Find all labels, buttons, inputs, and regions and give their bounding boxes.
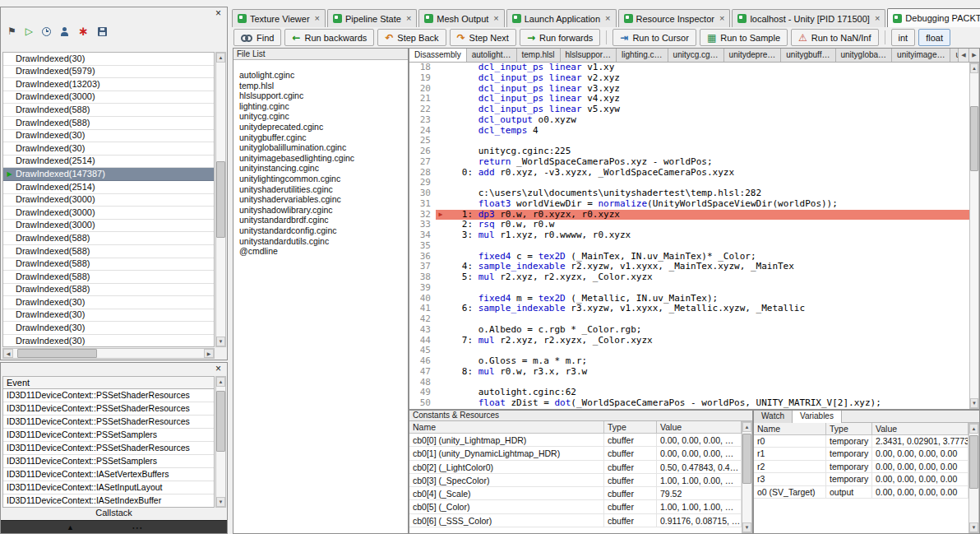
- column-header-value[interactable]: Value: [872, 423, 968, 434]
- constant-row[interactable]: cb0[1] (unity_DynamicLightmap_HDR)cbuffe…: [409, 447, 742, 460]
- scroll-track[interactable]: [13, 349, 204, 358]
- step-next-button[interactable]: ↷ Step Next: [450, 29, 516, 46]
- file-item[interactable]: unitystandardbrdf.cginc: [233, 215, 408, 225]
- api-call-row[interactable]: ID3D11DeviceContext::PSSetShaderResource…: [3, 389, 214, 402]
- find-button[interactable]: Find: [233, 29, 281, 46]
- disasm-tab-unitycg-cg[interactable]: unitycg.cg…: [668, 49, 724, 62]
- event-row[interactable]: DrawIndexed(5979): [3, 66, 214, 79]
- scroll-thumb[interactable]: [17, 349, 97, 358]
- flag-icon[interactable]: ⚑: [7, 26, 16, 36]
- file-item[interactable]: lighting.cginc: [233, 101, 408, 112]
- event-row[interactable]: DrawIndexed(3000): [3, 194, 214, 207]
- scrollbar[interactable]: ▲▼: [742, 421, 752, 533]
- tab-close-icon[interactable]: ×: [406, 14, 411, 23]
- file-item[interactable]: unityshadervariables.cginc: [233, 194, 408, 205]
- constant-row[interactable]: cb0[4] (_Scale)cbuffer79.52: [409, 487, 742, 500]
- column-header-name[interactable]: Name: [409, 421, 604, 433]
- scroll-up-icon[interactable]: ▲: [969, 424, 978, 434]
- api-call-row[interactable]: ID3D11DeviceContext::IASetInputLayout: [3, 481, 214, 495]
- file-item[interactable]: unitystandardutils.cginc: [233, 236, 408, 247]
- disasm-tab-unitydepre[interactable]: unitydepre…: [724, 49, 782, 62]
- file-item[interactable]: autolight.cginc: [233, 70, 408, 81]
- tab-close-icon[interactable]: ×: [605, 14, 610, 23]
- scroll-right-icon[interactable]: ▶: [204, 349, 214, 358]
- tab-launch-application[interactable]: Launch Application×: [506, 9, 617, 27]
- event-row[interactable]: DrawIndexed(30): [3, 322, 214, 335]
- scroll-track[interactable]: [969, 434, 978, 522]
- api-call-row[interactable]: ID3D11DeviceContext::PSSetSamplers: [3, 455, 214, 468]
- file-item[interactable]: @cmdline: [233, 246, 408, 257]
- code-line[interactable]: 28 0: add r0.xyz, -v3.xyzx, _WorldSpaceC…: [409, 168, 969, 179]
- column-header-type[interactable]: Type: [604, 421, 657, 433]
- scroll-thumb[interactable]: [216, 161, 225, 238]
- constant-row[interactable]: cb0[0] (unity_Lightmap_HDR)cbuffer0.00, …: [409, 434, 742, 447]
- file-item[interactable]: unityshadowlibrary.cginc: [233, 205, 408, 216]
- scroll-thumb[interactable]: [742, 434, 751, 484]
- event-row[interactable]: DrawIndexed(588): [3, 245, 214, 258]
- file-item[interactable]: unityinstancing.cginc: [233, 163, 408, 174]
- event-row[interactable]: DrawIndexed(30): [3, 130, 214, 143]
- bookmark-icon[interactable]: ∗: [78, 26, 89, 36]
- disasm-tab-unityinsta[interactable]: unityinsta…: [950, 49, 958, 62]
- file-item[interactable]: unitylightingcommon.cginc: [233, 174, 408, 184]
- scroll-thumb[interactable]: [970, 106, 978, 171]
- code-line[interactable]: 44 7: mul r2.xyz, r2.xyzx, _Color.xyzx: [409, 336, 969, 346]
- scrollbar[interactable]: ▲▼: [215, 376, 226, 508]
- variable-row[interactable]: r3temporary0.00, 0.00, 0.00, 0.00: [754, 473, 968, 485]
- event-row[interactable]: DrawIndexed(3000): [3, 220, 214, 233]
- disasm-tab-unityimage[interactable]: unityimage…: [892, 49, 950, 62]
- api-call-row[interactable]: ID3D11DeviceContext::IASetVertexBuffers: [3, 468, 214, 481]
- disasm-tab-autolight[interactable]: autolight…: [467, 49, 517, 62]
- column-header-name[interactable]: Name: [754, 423, 826, 434]
- run-to-nan-button[interactable]: ⚠ Run to NaN/Inf: [791, 29, 879, 46]
- callstack-label[interactable]: Callstack: [2, 508, 225, 520]
- file-item[interactable]: unitygbuffer.cginc: [233, 132, 408, 143]
- scrollbar[interactable]: ▲▼: [969, 63, 979, 409]
- scroll-thumb[interactable]: [216, 391, 225, 452]
- run-to-cursor-button[interactable]: ⇥ Run to Cursor: [612, 29, 696, 46]
- person-icon[interactable]: [60, 27, 69, 36]
- step-back-button[interactable]: ↶ Step Back: [377, 29, 446, 46]
- disasm-tab-disassembly[interactable]: Disassembly: [409, 49, 467, 62]
- disasm-tab-unitygloba[interactable]: unitygloba…: [836, 49, 893, 62]
- file-item[interactable]: unitycg.cginc: [233, 111, 408, 122]
- event-browser-titlebar[interactable]: ×: [1, 7, 227, 21]
- code-line[interactable]: 38 5: mul r2.xyz, r2.xyzx, _Color.xyzx: [409, 272, 969, 283]
- callstack-more-icon[interactable]: ⋯: [132, 521, 145, 534]
- code-line[interactable]: 41 6: sample_indexable r3.xyzw, v1.xyxx,…: [409, 304, 969, 314]
- save-icon[interactable]: [98, 27, 107, 36]
- close-icon[interactable]: ×: [213, 363, 224, 375]
- column-header-value[interactable]: Value: [657, 421, 742, 433]
- scroll-track[interactable]: [970, 73, 978, 398]
- event-row[interactable]: DrawIndexed(30): [3, 309, 214, 323]
- variable-row[interactable]: o0 (SV_Target)output0.00, 0.00, 0.00, 0.…: [754, 486, 968, 499]
- scroll-track[interactable]: [742, 432, 751, 522]
- file-item[interactable]: hlslsupport.cginc: [233, 91, 408, 101]
- variable-row[interactable]: r1temporary0.00, 0.00, 0.00, 0.00: [754, 448, 968, 460]
- callstack-collapsed-bar[interactable]: ▲ ⋯: [1, 520, 227, 533]
- file-item[interactable]: unityimagebasedlighting.cginc: [233, 153, 408, 164]
- event-row[interactable]: DrawIndexed(13203): [3, 78, 214, 91]
- scroll-down-icon[interactable]: ▼: [216, 497, 225, 507]
- event-row[interactable]: DrawIndexed(30): [3, 142, 214, 156]
- run-backwards-button[interactable]: ← Run backwards: [284, 29, 374, 46]
- tab-variables[interactable]: Variables: [793, 411, 842, 423]
- tab-localhost-unity-pid-171500[interactable]: localhost - Unity [PID 171500]×: [732, 9, 885, 27]
- clock-icon[interactable]: [42, 27, 51, 36]
- scroll-left-icon[interactable]: ◀: [3, 349, 13, 358]
- event-row[interactable]: DrawIndexed(588): [3, 258, 214, 272]
- scroll-down-icon[interactable]: ▼: [216, 337, 225, 346]
- tab-resource-inspector[interactable]: Resource Inspector×: [618, 9, 731, 27]
- disasm-tab-lighting-c[interactable]: lighting.c…: [617, 49, 668, 62]
- code-line[interactable]: 47 8: mul r0.w, r3.x, r3.w: [409, 367, 969, 378]
- event-row[interactable]: DrawIndexed(2514): [3, 181, 214, 194]
- variable-row[interactable]: r0temporary2.3431, 0.02901, 3.77735,: [754, 435, 968, 448]
- event-row[interactable]: DrawIndexed(588): [3, 232, 214, 245]
- code-line[interactable]: 50 float zDist = dot(_WorldSpaceCameraPo…: [409, 398, 969, 409]
- tab-pipeline-state[interactable]: Pipeline State×: [327, 9, 417, 27]
- tab-close-icon[interactable]: ×: [719, 14, 724, 23]
- run-forwards-button[interactable]: → Run forwards: [520, 29, 600, 46]
- event-row[interactable]: DrawIndexed(30): [3, 296, 214, 309]
- scroll-down-icon[interactable]: ▼: [970, 398, 978, 408]
- scroll-down-icon[interactable]: ▼: [969, 522, 978, 532]
